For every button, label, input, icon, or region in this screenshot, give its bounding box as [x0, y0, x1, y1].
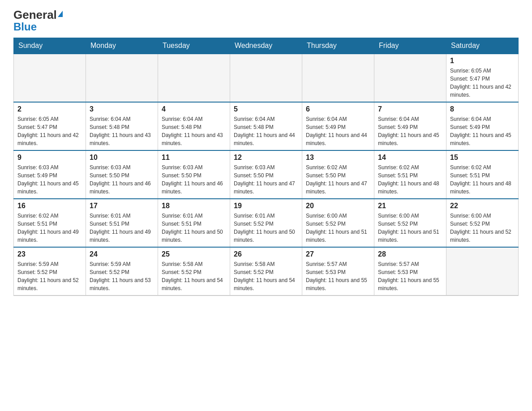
day-cell: 7Sunrise: 6:04 AM Sunset: 5:49 PM Daylig…	[374, 102, 446, 150]
day-number: 14	[378, 154, 442, 162]
day-number: 9	[17, 154, 82, 162]
calendar-table: SundayMondayTuesdayWednesdayThursdayFrid…	[13, 38, 519, 296]
day-info: Sunrise: 6:00 AM Sunset: 5:52 PM Dayligh…	[306, 212, 370, 244]
day-number: 3	[90, 105, 154, 113]
day-info: Sunrise: 5:59 AM Sunset: 5:52 PM Dayligh…	[90, 260, 154, 292]
day-cell: 20Sunrise: 6:00 AM Sunset: 5:52 PM Dayli…	[302, 199, 374, 247]
day-number: 12	[234, 154, 298, 162]
day-info: Sunrise: 6:05 AM Sunset: 5:47 PM Dayligh…	[17, 115, 82, 147]
day-number: 27	[306, 250, 370, 258]
day-info: Sunrise: 6:01 AM Sunset: 5:51 PM Dayligh…	[162, 212, 226, 244]
day-number: 19	[234, 202, 298, 210]
day-info: Sunrise: 6:01 AM Sunset: 5:51 PM Dayligh…	[90, 212, 154, 244]
day-number: 4	[162, 105, 226, 113]
day-info: Sunrise: 6:03 AM Sunset: 5:50 PM Dayligh…	[162, 163, 226, 196]
day-cell: 22Sunrise: 6:00 AM Sunset: 5:52 PM Dayli…	[446, 199, 519, 247]
day-number: 16	[17, 202, 82, 210]
day-info: Sunrise: 6:04 AM Sunset: 5:49 PM Dayligh…	[306, 115, 370, 147]
day-info: Sunrise: 6:00 AM Sunset: 5:52 PM Dayligh…	[450, 212, 515, 244]
day-number: 2	[17, 105, 82, 113]
day-info: Sunrise: 6:04 AM Sunset: 5:48 PM Dayligh…	[162, 115, 226, 147]
day-info: Sunrise: 5:57 AM Sunset: 5:53 PM Dayligh…	[306, 260, 370, 292]
week-row-3: 9Sunrise: 6:03 AM Sunset: 5:49 PM Daylig…	[14, 150, 519, 199]
day-cell: 10Sunrise: 6:03 AM Sunset: 5:50 PM Dayli…	[86, 150, 158, 199]
day-cell	[86, 54, 158, 102]
day-cell	[14, 54, 86, 102]
day-cell	[302, 54, 374, 102]
day-cell: 14Sunrise: 6:02 AM Sunset: 5:51 PM Dayli…	[374, 150, 446, 199]
day-number: 17	[90, 202, 154, 210]
week-row-5: 23Sunrise: 5:59 AM Sunset: 5:52 PM Dayli…	[14, 247, 519, 295]
day-info: Sunrise: 6:01 AM Sunset: 5:52 PM Dayligh…	[234, 212, 298, 244]
day-info: Sunrise: 6:00 AM Sunset: 5:52 PM Dayligh…	[378, 212, 442, 244]
day-info: Sunrise: 6:03 AM Sunset: 5:49 PM Dayligh…	[17, 163, 82, 196]
day-info: Sunrise: 6:04 AM Sunset: 5:48 PM Dayligh…	[90, 115, 154, 147]
day-cell: 4Sunrise: 6:04 AM Sunset: 5:48 PM Daylig…	[158, 102, 230, 150]
logo: General Blue	[13, 9, 63, 33]
day-cell: 2Sunrise: 6:05 AM Sunset: 5:47 PM Daylig…	[14, 102, 86, 150]
day-cell: 15Sunrise: 6:02 AM Sunset: 5:51 PM Dayli…	[446, 150, 519, 199]
day-cell: 18Sunrise: 6:01 AM Sunset: 5:51 PM Dayli…	[158, 199, 230, 247]
header-friday: Friday	[374, 38, 446, 54]
day-cell: 16Sunrise: 6:02 AM Sunset: 5:51 PM Dayli…	[14, 199, 86, 247]
day-number: 8	[450, 105, 515, 113]
day-cell: 19Sunrise: 6:01 AM Sunset: 5:52 PM Dayli…	[230, 199, 302, 247]
day-info: Sunrise: 6:02 AM Sunset: 5:51 PM Dayligh…	[378, 163, 442, 196]
day-cell: 9Sunrise: 6:03 AM Sunset: 5:49 PM Daylig…	[14, 150, 86, 199]
calendar-header-row: SundayMondayTuesdayWednesdayThursdayFrid…	[14, 38, 519, 54]
day-cell: 24Sunrise: 5:59 AM Sunset: 5:52 PM Dayli…	[86, 247, 158, 295]
day-cell: 3Sunrise: 6:04 AM Sunset: 5:48 PM Daylig…	[86, 102, 158, 150]
day-number: 10	[90, 154, 154, 162]
day-cell: 1Sunrise: 6:05 AM Sunset: 5:47 PM Daylig…	[446, 54, 519, 102]
day-info: Sunrise: 6:04 AM Sunset: 5:49 PM Dayligh…	[378, 115, 442, 147]
day-number: 26	[234, 250, 298, 258]
day-info: Sunrise: 6:03 AM Sunset: 5:50 PM Dayligh…	[234, 163, 298, 196]
day-number: 11	[162, 154, 226, 162]
day-info: Sunrise: 5:58 AM Sunset: 5:52 PM Dayligh…	[234, 260, 298, 292]
day-number: 5	[234, 105, 298, 113]
day-info: Sunrise: 6:02 AM Sunset: 5:50 PM Dayligh…	[306, 163, 370, 196]
day-number: 22	[450, 202, 515, 210]
header-monday: Monday	[86, 38, 158, 54]
day-number: 18	[162, 202, 226, 210]
day-number: 25	[162, 250, 226, 258]
day-info: Sunrise: 5:58 AM Sunset: 5:52 PM Dayligh…	[162, 260, 226, 292]
header-wednesday: Wednesday	[230, 38, 302, 54]
day-number: 24	[90, 250, 154, 258]
header-tuesday: Tuesday	[158, 38, 230, 54]
day-cell: 12Sunrise: 6:03 AM Sunset: 5:50 PM Dayli…	[230, 150, 302, 199]
day-cell	[374, 54, 446, 102]
day-number: 23	[17, 250, 82, 258]
day-cell	[230, 54, 302, 102]
day-info: Sunrise: 6:02 AM Sunset: 5:51 PM Dayligh…	[17, 212, 82, 244]
day-cell: 25Sunrise: 5:58 AM Sunset: 5:52 PM Dayli…	[158, 247, 230, 295]
header-sunday: Sunday	[14, 38, 86, 54]
day-number: 1	[450, 57, 515, 65]
day-number: 28	[378, 250, 442, 258]
day-info: Sunrise: 6:02 AM Sunset: 5:51 PM Dayligh…	[450, 163, 515, 196]
day-number: 13	[306, 154, 370, 162]
day-cell: 21Sunrise: 6:00 AM Sunset: 5:52 PM Dayli…	[374, 199, 446, 247]
header-saturday: Saturday	[446, 38, 519, 54]
day-cell: 26Sunrise: 5:58 AM Sunset: 5:52 PM Dayli…	[230, 247, 302, 295]
day-number: 7	[378, 105, 442, 113]
day-cell: 5Sunrise: 6:04 AM Sunset: 5:48 PM Daylig…	[230, 102, 302, 150]
day-number: 6	[306, 105, 370, 113]
day-info: Sunrise: 6:04 AM Sunset: 5:49 PM Dayligh…	[450, 115, 515, 147]
page-header: General Blue	[13, 9, 519, 33]
logo-general: General	[13, 9, 57, 21]
day-cell	[158, 54, 230, 102]
day-cell: 6Sunrise: 6:04 AM Sunset: 5:49 PM Daylig…	[302, 102, 374, 150]
logo-blue: Blue	[13, 21, 37, 33]
day-info: Sunrise: 5:57 AM Sunset: 5:53 PM Dayligh…	[378, 260, 442, 292]
header-thursday: Thursday	[302, 38, 374, 54]
day-cell: 17Sunrise: 6:01 AM Sunset: 5:51 PM Dayli…	[86, 199, 158, 247]
day-cell: 13Sunrise: 6:02 AM Sunset: 5:50 PM Dayli…	[302, 150, 374, 199]
week-row-4: 16Sunrise: 6:02 AM Sunset: 5:51 PM Dayli…	[14, 199, 519, 247]
week-row-1: 1Sunrise: 6:05 AM Sunset: 5:47 PM Daylig…	[14, 54, 519, 102]
day-cell: 23Sunrise: 5:59 AM Sunset: 5:52 PM Dayli…	[14, 247, 86, 295]
day-info: Sunrise: 6:04 AM Sunset: 5:48 PM Dayligh…	[234, 115, 298, 147]
week-row-2: 2Sunrise: 6:05 AM Sunset: 5:47 PM Daylig…	[14, 102, 519, 150]
day-cell: 8Sunrise: 6:04 AM Sunset: 5:49 PM Daylig…	[446, 102, 519, 150]
day-number: 20	[306, 202, 370, 210]
